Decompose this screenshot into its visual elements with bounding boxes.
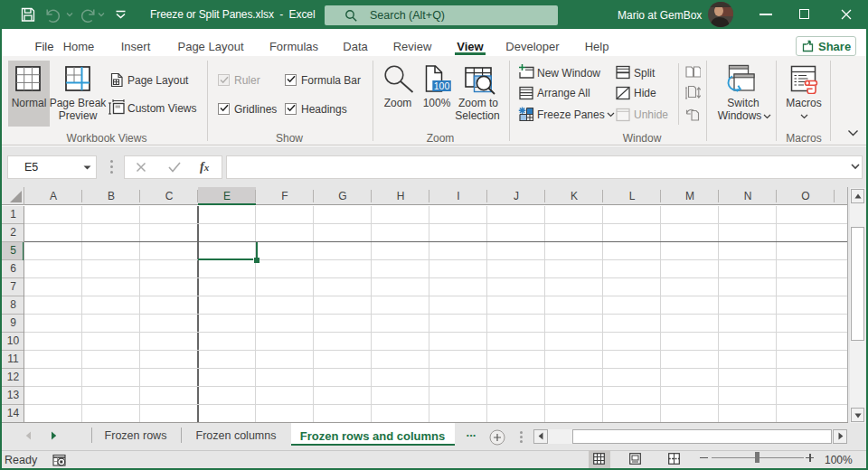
svg-text:100: 100 bbox=[434, 80, 450, 91]
